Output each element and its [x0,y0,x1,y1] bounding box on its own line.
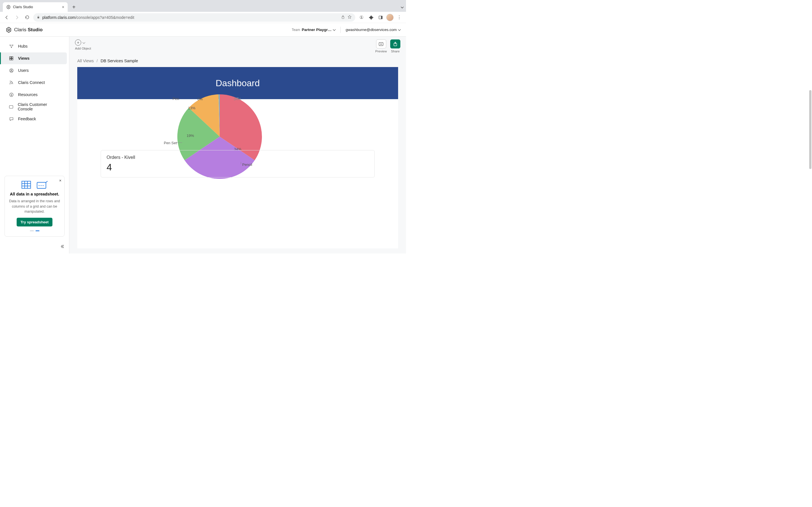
address-bar[interactable]: platform.claris.com/console/apps?a=405&m… [33,13,355,22]
svg-rect-4 [381,16,382,19]
svg-point-24 [38,185,39,186]
extensions-icon[interactable] [367,13,375,21]
plus-icon: + [75,40,81,46]
logo-icon [6,27,12,33]
breadcrumb: All Views / DB Services Sample [69,57,406,67]
hubs-icon [8,44,14,49]
new-tab-button[interactable]: + [70,3,78,11]
breadcrumb-root[interactable]: All Views [77,59,94,63]
team-name: Partner Playgr… [302,27,332,32]
team-selector[interactable]: Team Partner Playgr… [292,27,335,32]
rss-icon [8,80,14,85]
reload-button[interactable] [23,13,31,21]
claris-studio-logo[interactable]: Claris Studio [6,27,43,33]
promo-desc: Data is arranged in the rows and columns… [9,199,60,214]
forward-button [13,13,21,21]
chevron-down-icon [398,28,401,31]
share-url-icon[interactable] [341,15,345,20]
svg-rect-11 [10,59,11,60]
svg-point-25 [41,185,42,186]
sidebar-label: Claris Connect [18,80,45,85]
sidebar-label: Feedback [18,117,36,121]
sidebar-item-resources[interactable]: Resources [2,89,67,101]
sidebar-item-users[interactable]: Users [2,64,67,76]
svg-point-15 [10,83,10,84]
sidebar-item-feedback[interactable]: Feedback [2,113,67,125]
breadcrumb-separator: / [97,59,98,63]
tabs-chevron-icon[interactable] [401,6,404,8]
promo-title: All data in a spreadsheet. [9,192,60,196]
user-menu[interactable]: gwashburne@dbservices.com [346,27,400,32]
url-text: platform.claris.com/console/apps?a=405&m… [42,15,134,20]
users-icon [8,68,14,73]
team-label: Team [292,28,300,32]
sidebar-item-views[interactable]: Views [0,52,67,64]
svg-rect-10 [11,57,13,58]
stat-title: Orders - Kivell [107,155,369,160]
sidebar-label: Users [18,68,29,73]
tab-title: Claris Studio [13,5,33,9]
preview-label: Preview [375,50,387,53]
svg-point-0 [8,6,9,8]
lock-icon [37,15,40,19]
back-button[interactable] [3,13,11,21]
browser-toolbar: platform.claris.com/console/apps?a=405&m… [0,12,406,23]
sidebar: Hubs Views Users Claris Connect Resource… [0,37,69,253]
dashboard-canvas: Dashboard ═ Pen 0% 13% [77,67,398,248]
divider [340,27,341,33]
pie-label-penset: Pen Set [164,141,177,145]
breadcrumb-current: DB Services Sample [101,59,138,63]
dashboard-title: Dashboard [216,78,260,89]
share-label: Share [391,50,400,53]
site-favicon [6,5,11,9]
bookmark-icon[interactable] [347,15,352,20]
promo-pagination[interactable] [9,230,60,231]
svg-rect-9 [10,57,11,58]
try-spreadsheet-button[interactable]: Try spreadsheet [17,218,53,226]
user-email: gwashburne@dbservices.com [346,27,397,32]
add-object-label: Add Object [75,47,91,50]
sidebar-label: Claris Customer Console [18,102,61,111]
sidebar-item-console[interactable]: Claris Customer Console [2,101,67,113]
svg-rect-17 [9,105,13,108]
logo-text: Claris Studio [14,27,43,33]
close-icon[interactable]: × [59,178,61,183]
share-button[interactable] [390,40,400,48]
svg-rect-1 [38,17,39,18]
panel-icon[interactable] [377,13,385,21]
app-header: Claris Studio Team Partner Playgr… gwash… [0,23,406,37]
sidebar-label: Hubs [18,44,28,48]
pie-pct-19: 19% [187,133,194,138]
close-tab-icon[interactable]: × [62,5,64,9]
browser-chrome: Claris Studio × + platform.claris.com/co… [0,0,406,23]
svg-point-26 [43,185,43,186]
svg-rect-18 [22,181,31,188]
pie-label-pen: Pen [172,97,179,101]
profile-avatar[interactable] [386,14,394,21]
sidebar-label: Views [18,56,30,61]
preview-button[interactable] [376,40,386,48]
chrome-menu-icon[interactable]: ⋮ [395,13,403,21]
views-icon [8,56,14,61]
sidebar-item-hubs[interactable]: Hubs [2,40,67,52]
promo-card: × All data in a spreadsheet. Data is arr… [4,176,64,237]
pie-pct-34-top: 34% [234,97,241,101]
svg-point-14 [11,69,12,70]
chevron-down-icon [83,41,86,44]
share-action[interactable]: Share [390,40,400,57]
extension-1password-icon[interactable]: ① [357,13,365,21]
browser-tab[interactable]: Claris Studio × [3,2,68,12]
sidebar-item-claris-connect[interactable]: Claris Connect [2,76,67,89]
pie-pct-0: 0% [197,97,203,101]
main-content: + Add Object Preview Share [69,37,406,253]
download-icon [8,93,14,97]
chat-icon [8,117,14,121]
collapse-sidebar-button[interactable] [59,244,64,250]
add-object-control[interactable]: + Add Object [75,40,91,57]
stat-value: 4 [107,162,369,173]
preview-action[interactable]: Preview [375,40,387,57]
promo-icons [9,180,60,189]
chevron-down-icon [333,28,336,31]
stat-card-orders-kivell[interactable]: Orders - Kivell 4 [101,150,375,177]
console-icon [8,105,14,109]
